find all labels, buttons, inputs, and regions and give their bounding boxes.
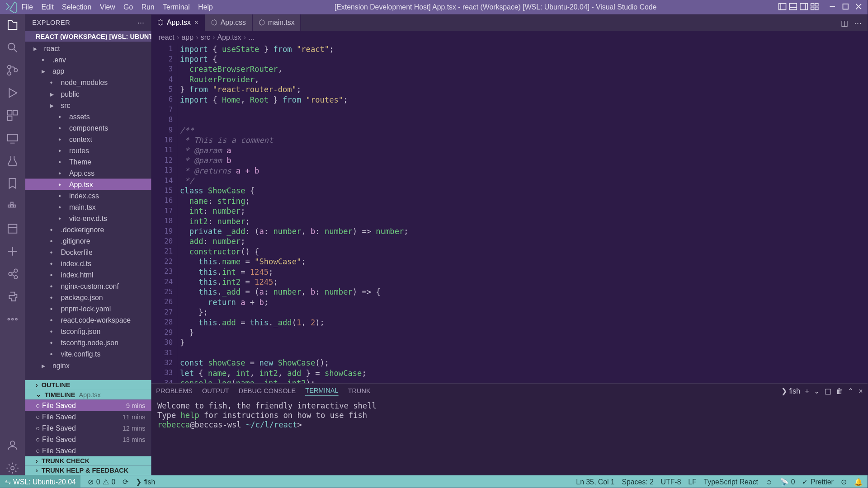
timeline-item[interactable]: ○ File Saved11 mins xyxy=(25,411,151,422)
tree-item[interactable]: •.dockerignore xyxy=(25,224,151,235)
ports[interactable]: 📡0 xyxy=(780,477,795,485)
cursor-position[interactable]: Ln 35, Col 1 xyxy=(576,477,614,485)
workspace-header[interactable]: REACT (WORKSPACE) [WSL: UBUNTU-20... xyxy=(25,31,151,42)
problems-indicator[interactable]: ⊘0 ⚠0 xyxy=(88,477,115,485)
menu-terminal[interactable]: Terminal xyxy=(163,3,190,11)
tree-item[interactable]: •index.css xyxy=(25,190,151,201)
tree-item[interactable]: •Theme xyxy=(25,156,151,167)
live-share-icon[interactable] xyxy=(5,267,20,281)
tree-item[interactable]: •assets xyxy=(25,111,151,122)
tree-item[interactable]: •index.d.ts xyxy=(25,258,151,269)
docker-icon[interactable] xyxy=(5,199,20,213)
timeline-item[interactable]: ○ File Saved12 mins xyxy=(25,422,151,433)
panel-bottom-icon[interactable] xyxy=(789,2,797,12)
split-editor-icon[interactable]: ◫ xyxy=(841,18,848,27)
tree-item[interactable]: •.gitignore xyxy=(25,235,151,247)
tree-item[interactable]: ▸app xyxy=(25,66,151,77)
menu-view[interactable]: View xyxy=(100,3,115,11)
go-live-icon[interactable]: ⊙ xyxy=(841,477,847,485)
outline-section[interactable]: › OUTLINE xyxy=(25,380,151,389)
tree-item[interactable]: •context xyxy=(25,133,151,145)
code-area[interactable]: import { useState } from "react";import … xyxy=(178,44,868,383)
tree-item[interactable]: •tsconfig.node.json xyxy=(25,337,151,348)
trunk-check-section[interactable]: › TRUNK CHECK xyxy=(25,456,151,466)
trunk-icon[interactable] xyxy=(5,244,20,258)
gear-icon[interactable] xyxy=(5,461,20,475)
tree-item[interactable]: •package.json xyxy=(25,292,151,303)
editor-tab[interactable]: ⬡main.tsx xyxy=(252,14,301,31)
tree-item[interactable]: •react.code-workspace xyxy=(25,314,151,326)
tree-item[interactable]: •components xyxy=(25,122,151,133)
breadcrumb[interactable]: react›app›src›App.tsx›... xyxy=(151,31,868,44)
tree-item[interactable]: •node_modules xyxy=(25,77,151,88)
panel-tab-problems[interactable]: PROBLEMS xyxy=(156,387,193,396)
menu-selection[interactable]: Selection xyxy=(62,3,91,11)
menu-go[interactable]: Go xyxy=(123,3,133,11)
timeline-section[interactable]: ⌄ TIMELINE App.tsx xyxy=(25,389,151,399)
tree-item[interactable]: •main.tsx xyxy=(25,201,151,212)
new-terminal-icon[interactable]: + xyxy=(805,387,809,395)
tree-item[interactable]: •routes xyxy=(25,145,151,156)
menu-help[interactable]: Help xyxy=(198,3,213,11)
run-debug-icon[interactable] xyxy=(5,86,20,100)
breadcrumb-segment[interactable]: src xyxy=(201,33,210,42)
encoding[interactable]: UTF-8 xyxy=(661,477,681,485)
extensions-icon[interactable] xyxy=(5,108,20,123)
chevron-down-icon[interactable]: ⌄ xyxy=(814,387,820,395)
minimize-icon[interactable] xyxy=(828,2,836,12)
tree-item[interactable]: •Dockerfile xyxy=(25,247,151,258)
breadcrumb-segment[interactable]: App.tsx xyxy=(217,33,241,42)
tree-item[interactable]: •vite.config.ts xyxy=(25,348,151,360)
tree-item[interactable]: •pnpm-lock.yaml xyxy=(25,303,151,314)
panel-tab-terminal[interactable]: TERMINAL xyxy=(305,386,338,396)
feedback-icon[interactable]: ☺ xyxy=(765,477,773,485)
bookmarks-icon[interactable] xyxy=(5,176,20,191)
code-editor[interactable]: 1234567891011121314151617181920212223242… xyxy=(151,44,868,383)
trunk-help-section[interactable]: › TRUNK HELP & FEEDBACK xyxy=(25,466,151,475)
layout-grid-icon[interactable] xyxy=(810,2,818,12)
more-icon[interactable]: ⋯ xyxy=(854,18,862,27)
panel-left-icon[interactable] xyxy=(778,2,786,12)
split-terminal-icon[interactable]: ◫ xyxy=(825,387,831,395)
language-mode[interactable]: TypeScript React xyxy=(704,477,758,485)
account-icon[interactable] xyxy=(5,438,20,453)
panel-tab-output[interactable]: OUTPUT xyxy=(202,387,229,396)
timeline-item[interactable]: ○ File Saved13 mins xyxy=(25,434,151,445)
tree-item[interactable]: •.env xyxy=(25,54,151,66)
tree-item[interactable]: •App.css xyxy=(25,167,151,178)
menu-file[interactable]: File xyxy=(21,3,33,11)
tree-item[interactable]: •App.tsx xyxy=(25,178,151,190)
menu-edit[interactable]: Edit xyxy=(41,3,53,11)
trash-icon[interactable]: 🗑 xyxy=(836,387,843,395)
timeline-item[interactable]: ○ File Saved xyxy=(25,445,151,456)
breadcrumb-segment[interactable]: ... xyxy=(248,33,254,42)
menu-run[interactable]: Run xyxy=(142,3,155,11)
overflow-icon[interactable] xyxy=(5,312,20,327)
python-icon[interactable] xyxy=(5,290,20,304)
eol[interactable]: LF xyxy=(688,477,696,485)
panel-tab-trunk[interactable]: TRUNK xyxy=(348,387,371,396)
shell-name[interactable]: ❯ fish xyxy=(781,387,800,395)
tree-item[interactable]: ▸react xyxy=(25,43,151,54)
remote-indicator[interactable]: ⇋ WSL: Ubuntu-20.04 xyxy=(0,475,80,488)
explorer-icon[interactable] xyxy=(5,18,20,33)
tree-item[interactable]: ▸public xyxy=(25,88,151,99)
project-manager-icon[interactable] xyxy=(5,221,20,236)
source-control-icon[interactable] xyxy=(5,63,20,78)
maximize-icon[interactable] xyxy=(841,2,849,12)
tree-item[interactable]: •tsconfig.json xyxy=(25,326,151,337)
panel-tab-debug-console[interactable]: DEBUG CONSOLE xyxy=(239,387,296,396)
bell-icon[interactable]: 🔔 xyxy=(854,477,863,485)
editor-tab[interactable]: ⬡App.tsx× xyxy=(151,14,205,31)
tree-item[interactable]: •index.html xyxy=(25,269,151,281)
remote-explorer-icon[interactable] xyxy=(5,131,20,145)
panel-right-icon[interactable] xyxy=(800,2,808,12)
tree-item[interactable]: •vite-env.d.ts xyxy=(25,213,151,224)
status-shell[interactable]: ❯ fish xyxy=(136,477,155,485)
search-icon[interactable] xyxy=(5,41,20,55)
timeline-item[interactable]: ○ File Saved9 mins xyxy=(25,399,151,411)
breadcrumb-segment[interactable]: app xyxy=(182,33,193,42)
tree-item[interactable]: •nginx-custom.conf xyxy=(25,281,151,292)
breadcrumb-segment[interactable]: react xyxy=(159,33,175,42)
editor-tab[interactable]: ⬡App.css xyxy=(205,14,252,31)
